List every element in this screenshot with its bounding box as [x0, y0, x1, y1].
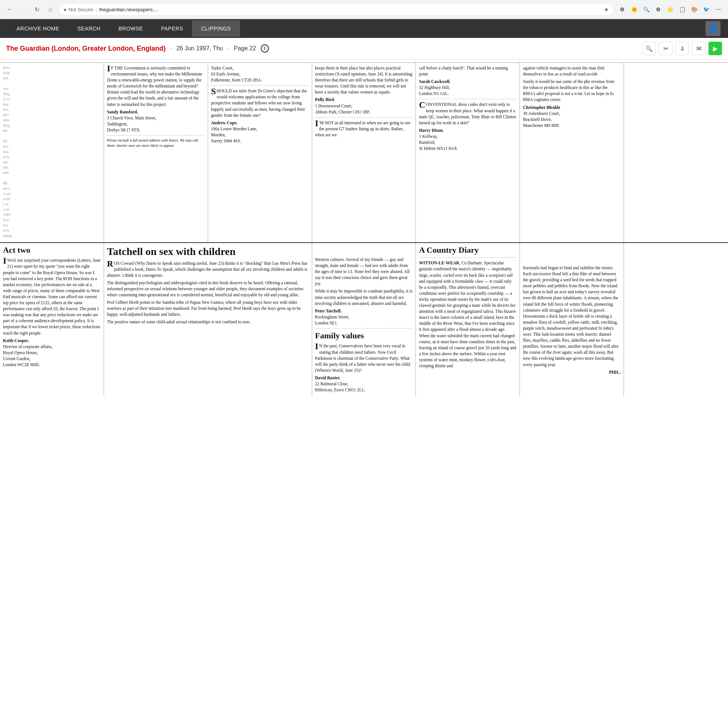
extensions-area: ⚙ 🌞 🔍 ⚙ 🌟 📋 🎨 🐦 ⋯ [617, 4, 723, 15]
nav-papers[interactable]: PAPERS [152, 20, 192, 37]
article-section: Act two IWAS not surprised your correspo… [0, 242, 728, 397]
download-tool-btn[interactable]: ⇓ [675, 42, 689, 55]
country-diary-title-col: A Country Diary WITTON-LE-WEAR, Co Durha… [416, 243, 520, 397]
ext-search-btn[interactable]: 🔍 [641, 4, 651, 15]
url-text: theguardian.newspapers.... [99, 7, 602, 12]
nav-browse[interactable]: BROWSE [109, 20, 152, 37]
mail-tool-btn[interactable]: ✉ [692, 42, 705, 55]
separator: | [95, 6, 97, 13]
col-7 [624, 63, 728, 242]
profile-icon[interactable]: 👤 [705, 21, 720, 36]
ext-color-btn[interactable]: 🌞 [629, 4, 639, 15]
nav-archive-home[interactable]: ARCHIVE HOME [8, 20, 68, 37]
lock-icon: ● [63, 7, 66, 12]
page-number: Page 22 [234, 45, 256, 52]
app-nav: ARCHIVE HOME SEARCH BROWSE PAPERS CLIPPI… [0, 19, 728, 38]
ext-more-btn[interactable]: ⋯ [713, 4, 723, 15]
tatchell-title: Tatchell on sex with children [107, 245, 309, 258]
act-two-col: Act two IWAS not surprised your correspo… [0, 243, 104, 397]
ext-gear2-btn[interactable]: ⚙ [653, 4, 663, 15]
col-5: call before a chatty lunch". That would … [416, 63, 520, 242]
home-button[interactable]: ⌂ [45, 4, 56, 15]
address-bar[interactable]: ● Not Secure | theguardian.newspapers...… [59, 3, 614, 16]
ext-target-btn[interactable]: 🌟 [665, 4, 675, 15]
info-button[interactable]: i [261, 44, 269, 53]
tatchell-title-col: Tatchell on sex with children ROS Coward… [104, 243, 312, 397]
col-2: IF THE Government is seriously committed… [104, 63, 208, 242]
col-4: keeps them in their place but also place… [312, 63, 416, 242]
ext-settings-btn[interactable]: ⚙ [617, 4, 627, 15]
page-tools: 🔍 ✂ ⇓ ✉ ▶ [642, 42, 722, 55]
col-1: posi-dinganyem-dingly tohanisis,ek'sntin… [0, 63, 104, 242]
nav-clippings[interactable]: CLIPPINGS [192, 20, 240, 37]
dot-separator2: · [228, 45, 229, 52]
col-3: Tudor Court,63 Earls Avenue,Folkestone, … [208, 63, 312, 242]
forward-button[interactable]: → [18, 4, 29, 15]
family-values-title: Family values [315, 331, 413, 341]
nav-items: ARCHIVE HOME SEARCH BROWSE PAPERS CLIPPI… [8, 20, 240, 37]
ext-palette-btn[interactable]: 🎨 [689, 4, 699, 15]
page-info-bar: The Guardian (London, Greater London, En… [0, 38, 728, 59]
back-button[interactable]: ← [5, 4, 15, 15]
ext-bird-btn[interactable]: 🐦 [701, 4, 711, 15]
dot-separator: · [170, 45, 172, 52]
page-date: 26 Jun 1997, Thu [176, 45, 223, 52]
not-secure-label: Not Secure [69, 7, 93, 12]
newspaper-content: posi-dinganyem-dingly tohanisis,ek'sntin… [0, 59, 728, 400]
last-col [624, 243, 728, 397]
tatchell-col2: Western cultures. Several of my friends … [312, 243, 416, 397]
col-6: against vehicle managers to assist the m… [520, 63, 624, 242]
act-two-title: Act two [3, 245, 101, 255]
scissors-tool-btn[interactable]: ✂ [659, 42, 672, 55]
search-tool-btn[interactable]: 🔍 [642, 42, 656, 55]
accent-tool-btn[interactable]: ▶ [708, 42, 722, 55]
publication-title: The Guardian (London, Greater London, En… [6, 45, 166, 53]
country-diary-col2: horsetails had begun to bind and stabili… [520, 243, 624, 397]
ext-clipboard-btn[interactable]: 📋 [677, 4, 687, 15]
country-diary-title: A Country Diary [419, 245, 517, 255]
refresh-button[interactable]: ↻ [32, 4, 42, 15]
top-columns: posi-dinganyem-dingly tohanisis,ek'sntin… [0, 62, 728, 242]
bookmark-icon[interactable]: ★ [604, 6, 609, 12]
nav-search[interactable]: SEARCH [68, 20, 109, 37]
